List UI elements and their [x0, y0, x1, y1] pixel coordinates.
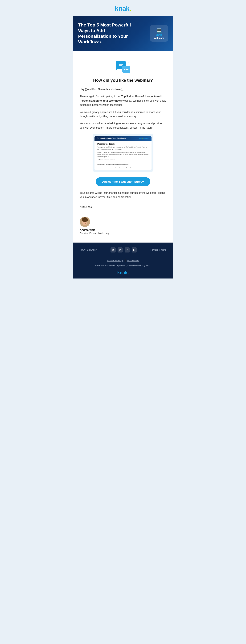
scale-3: 3 — [123, 166, 123, 168]
preview-required: * Indicates required question — [97, 159, 149, 161]
preview-p2: We want to hear your feedback so we can … — [97, 151, 149, 158]
footer-top: {{my.year}} Knak® ✕ in f ▶ Forward to fr… — [80, 247, 166, 252]
section-heading: How did you like the webinar? — [80, 78, 166, 83]
para2: We would greatly appreciate it if you co… — [80, 110, 166, 118]
signature-section: Andrea Vicic Director, Product Marketing — [80, 215, 166, 238]
chat-bubbles-icon: ✦ ✦ — [116, 61, 130, 73]
unsubscribe-link[interactable]: Unsubscribe — [127, 260, 139, 262]
scale-2: 2 — [119, 166, 120, 168]
main-content: ✦ ✦ How did you like the webinar? Hey {{… — [73, 51, 173, 242]
avatar — [80, 217, 90, 227]
preview-header-title: Personalization to Your Workflows. — [97, 137, 126, 139]
badge-logo: knak. — [153, 34, 165, 37]
svg-point-4 — [83, 222, 84, 222]
preview-question: How satisfied were you with the overall … — [97, 162, 149, 168]
preview-body: Webinar feedback Thank you for participa… — [95, 141, 151, 170]
hero-title: The Top 5 Most Powerful Ways to Add Pers… — [78, 22, 133, 44]
sig-title: Director, Product Marketing — [80, 232, 166, 234]
footer: {{my.year}} Knak® ✕ in f ▶ Forward to fr… — [73, 242, 173, 278]
footer-links: View as webpage | Unsubscribe — [80, 259, 166, 262]
bubble-dots — [124, 69, 128, 70]
hero-badge: 💻 knak. webinars — [150, 25, 168, 42]
footer-separator: | — [125, 259, 126, 262]
survey-preview: Personalization to Your Workflows. knak.… — [93, 134, 153, 172]
logo-text: knak — [115, 5, 129, 12]
avatar-svg — [80, 217, 90, 227]
view-as-webpage-link[interactable]: View as webpage — [107, 260, 123, 262]
webinar-icon: 💻 — [153, 28, 165, 33]
para1: Thanks again for participating in our To… — [80, 94, 166, 107]
footer-logo-text: knak. — [117, 270, 129, 275]
chat-icon-wrapper: ✦ ✦ — [80, 58, 166, 75]
badge-dot: . — [162, 34, 163, 36]
footer-credit: This email was created, optimized, and r… — [80, 264, 166, 266]
sparkle-icon-2: ✦ — [128, 62, 130, 64]
cta-button[interactable]: Answer the 3 Question Survey — [96, 177, 150, 186]
twitter-icon[interactable]: ✕ — [111, 247, 116, 252]
preview-question-text: How satisfied were you with the overall … — [97, 164, 149, 166]
scale-4: 4 — [126, 166, 127, 168]
bubble-secondary — [122, 66, 130, 73]
para3: Your input is invaluable in helping us e… — [80, 121, 166, 130]
email-container: knak. The Top 5 Most Powerful Ways to Ad… — [73, 0, 173, 278]
footer-copy: {{my.year}} Knak® — [80, 249, 97, 251]
social-icons: ✕ in f ▶ — [111, 247, 137, 252]
badge-knak-text: knak — [155, 34, 162, 36]
sig-name: Andrea Vicic — [80, 228, 166, 232]
preview-feedback-title: Webinar feedback — [97, 143, 149, 145]
scale-1: 1 — [115, 166, 116, 168]
svg-point-3 — [82, 219, 88, 222]
logo-dot: . — [129, 5, 131, 12]
preview-scale: 1 2 3 4 5 — [97, 166, 149, 168]
post-cta-1: Your insights will be instrumental in sh… — [80, 191, 166, 199]
cta-wrapper: Answer the 3 Question Survey — [80, 177, 166, 186]
post-cta-2: All the best, — [80, 205, 166, 209]
para1-prefix: Thanks again for participating in our — [80, 95, 121, 98]
preview-header-badge: knak. webinars — [139, 138, 149, 139]
header-logo-section: knak. — [73, 0, 173, 16]
greeting-text: Hey {{lead.First Name:default=there}}, — [80, 87, 166, 92]
badge-sub-text: webinars — [153, 37, 165, 39]
preview-inner: Personalization to Your Workflows. knak.… — [95, 136, 151, 170]
svg-point-5 — [86, 222, 86, 222]
bubble-lines — [119, 64, 123, 66]
scale-5: 5 — [130, 166, 131, 168]
sparkle-icon-1: ✦ — [117, 70, 119, 72]
footer-knak-logo: knak. — [80, 270, 166, 275]
forward-to-friend[interactable]: Forward to friend — [150, 249, 166, 251]
linkedin-icon[interactable]: in — [118, 247, 123, 252]
knak-logo: knak. — [77, 5, 169, 12]
preview-p1: Thank you for participating in our webin… — [97, 146, 149, 150]
youtube-icon[interactable]: ▶ — [132, 247, 137, 252]
preview-header: Personalization to Your Workflows. knak.… — [95, 136, 151, 141]
hero-banner: The Top 5 Most Powerful Ways to Add Pers… — [73, 16, 173, 51]
facebook-icon[interactable]: f — [124, 247, 130, 252]
